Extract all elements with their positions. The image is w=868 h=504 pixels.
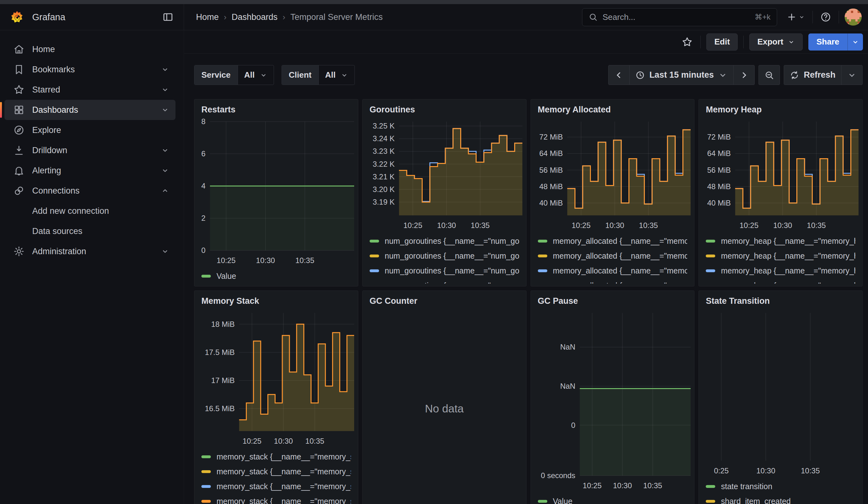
- favorite-star-button[interactable]: [680, 34, 695, 50]
- legend-item[interactable]: state transition: [706, 479, 855, 494]
- legend-item[interactable]: memory_heap {__name__="memory_h: [706, 248, 855, 263]
- legend-item[interactable]: num_goroutines {__name__="num_go: [370, 234, 519, 248]
- chart-memory-heap[interactable]: 72 MiB64 MiB56 MiB48 MiB40 MiB10:2510:30…: [699, 117, 862, 232]
- legend-swatch: [202, 485, 211, 488]
- sidebar-item-data-sources[interactable]: Data sources: [4, 221, 175, 241]
- search-box[interactable]: ⌘+k: [582, 8, 777, 26]
- sidebar-item-home[interactable]: Home: [4, 39, 175, 59]
- breadcrumb-item[interactable]: Dashboards: [232, 12, 278, 22]
- legend-item[interactable]: memory_stack {__name__="memory_s: [202, 494, 351, 504]
- sidebar-item-label: Starred: [32, 85, 60, 95]
- search-shortcut: ⌘+k: [755, 13, 771, 21]
- panel-title[interactable]: Memory Heap: [699, 100, 862, 117]
- svg-text:8: 8: [202, 117, 206, 126]
- legend-item[interactable]: memory_heap {__name__="memory_h: [706, 234, 855, 248]
- sidebar-item-add-new-connection[interactable]: Add new connection: [4, 201, 175, 221]
- chart-goroutines[interactable]: 3.25 K3.24 K3.23 K3.22 K3.21 K3.20 K3.19…: [363, 117, 526, 232]
- legend-item[interactable]: shard_item_created: [706, 494, 855, 504]
- time-range-picker[interactable]: Last 15 minutes: [629, 65, 734, 85]
- export-button[interactable]: Export: [749, 33, 802, 51]
- edit-button[interactable]: Edit: [706, 33, 738, 51]
- search-input[interactable]: [602, 12, 750, 22]
- sidebar-item-drilldown[interactable]: Drilldown: [4, 140, 175, 161]
- share-menu-button[interactable]: [847, 33, 863, 51]
- legend-item[interactable]: num_goroutines {__name__="num_go: [370, 263, 519, 278]
- legend-item[interactable]: memory_heap {__name__="memory_h: [706, 263, 855, 278]
- add-new-button[interactable]: [785, 10, 807, 24]
- panel-title[interactable]: GC Counter: [363, 291, 526, 309]
- sidebar-toggle-icon[interactable]: [161, 10, 175, 25]
- filter-client: ClientAll: [281, 65, 355, 85]
- chevron-down-icon: [161, 106, 169, 114]
- svg-text:3.23 K: 3.23 K: [373, 147, 394, 155]
- legend-swatch: [706, 500, 715, 503]
- legend-item[interactable]: memory_allocated {__name__="memc: [538, 234, 688, 248]
- legend-swatch: [706, 255, 715, 257]
- legend-item[interactable]: num_goroutines {__name__="num_go: [370, 278, 519, 284]
- chart-memory-stack[interactable]: 18 MiB17.5 MiB17 MiB16.5 MiB10:2510:3010…: [194, 309, 358, 448]
- help-button[interactable]: [818, 10, 833, 24]
- chevron-right-icon: [739, 70, 749, 80]
- legend-swatch: [370, 269, 379, 272]
- chart-state-transition[interactable]: 0:2510:3010:35: [699, 309, 862, 477]
- legend-label: memory_heap {__name__="memory_h: [721, 266, 855, 275]
- panel-title[interactable]: Goroutines: [363, 100, 526, 117]
- legend-item[interactable]: memory_allocated {__name__="memc: [538, 278, 688, 284]
- panel-title[interactable]: State Transition: [699, 291, 862, 309]
- chart-restarts[interactable]: 8642010:2510:3010:35: [194, 117, 358, 267]
- refresh-button[interactable]: Refresh: [784, 65, 841, 85]
- legend-swatch: [370, 255, 379, 257]
- dashboard-toolbar: Edit Export Share: [184, 30, 868, 54]
- share-button[interactable]: Share: [808, 33, 847, 51]
- legend-swatch: [538, 500, 547, 503]
- sidebar-item-dashboards[interactable]: Dashboards: [4, 100, 175, 120]
- zoom-out-icon: [764, 70, 774, 80]
- legend-item[interactable]: Value: [538, 494, 688, 504]
- sidebar-item-starred[interactable]: Starred: [4, 80, 175, 100]
- legend-item[interactable]: memory_heap {__name__="memory_h: [706, 278, 855, 284]
- sidebar-item-connections[interactable]: Connections: [4, 181, 175, 201]
- svg-text:64 MiB: 64 MiB: [707, 149, 731, 157]
- chart-memory-allocated[interactable]: 72 MiB64 MiB56 MiB48 MiB40 MiB10:2510:30…: [531, 117, 694, 232]
- legend: num_goroutines {__name__="num_gonum_goro…: [363, 232, 526, 284]
- grafana-logo: [10, 10, 24, 24]
- legend-label: num_goroutines {__name__="num_go: [385, 281, 519, 284]
- filter-value-dropdown[interactable]: All: [319, 65, 354, 85]
- top-nav-left: Grafana: [0, 4, 184, 30]
- legend: Value: [531, 492, 694, 504]
- panel-title[interactable]: Restarts: [194, 100, 358, 117]
- sidebar-item-label: Explore: [32, 125, 61, 135]
- svg-text:4: 4: [202, 182, 206, 190]
- filter-value-dropdown[interactable]: All: [238, 65, 273, 85]
- refresh-interval-button[interactable]: [841, 65, 862, 85]
- sidebar-item-bookmarks[interactable]: Bookmarks: [4, 59, 175, 80]
- panel-title[interactable]: GC Pause: [531, 291, 694, 309]
- panel-title[interactable]: Memory Stack: [194, 291, 358, 309]
- sidebar-item-alerting[interactable]: Alerting: [4, 161, 175, 181]
- legend-item[interactable]: memory_stack {__name__="memory_s: [202, 479, 351, 494]
- svg-text:3.20 K: 3.20 K: [373, 185, 394, 194]
- sidebar-item-administration[interactable]: Administration: [4, 241, 175, 261]
- legend-item[interactable]: memory_stack {__name__="memory_s: [202, 464, 351, 479]
- chevron-up-icon: [161, 187, 169, 195]
- clock-icon: [636, 70, 645, 80]
- chevron-down-icon: [161, 146, 169, 154]
- time-forward-button[interactable]: [733, 65, 755, 85]
- time-back-button[interactable]: [608, 65, 630, 85]
- svg-text:10:35: 10:35: [296, 256, 314, 265]
- breadcrumb-item[interactable]: Home: [196, 12, 219, 22]
- legend-item[interactable]: memory_allocated {__name__="memc: [538, 248, 688, 263]
- chart-gc-pause[interactable]: NaNNaN00 seconds10:2510:3010:35: [531, 309, 694, 492]
- svg-text:10:25: 10:25: [242, 437, 261, 445]
- legend-item[interactable]: memory_stack {__name__="memory_s: [202, 449, 351, 464]
- user-avatar[interactable]: [845, 9, 862, 25]
- legend-item[interactable]: memory_allocated {__name__="memc: [538, 263, 688, 278]
- panel-title[interactable]: Memory Allocated: [531, 100, 694, 117]
- sidebar-item-explore[interactable]: Explore: [4, 120, 175, 140]
- legend-label: num_goroutines {__name__="num_go: [385, 266, 519, 275]
- legend-item[interactable]: num_goroutines {__name__="num_go: [370, 248, 519, 263]
- bookmark-icon: [13, 64, 24, 75]
- legend: memory_allocated {__name__="memcmemory_a…: [531, 232, 694, 284]
- legend-item[interactable]: Value: [202, 269, 351, 284]
- zoom-out-button[interactable]: [758, 65, 780, 85]
